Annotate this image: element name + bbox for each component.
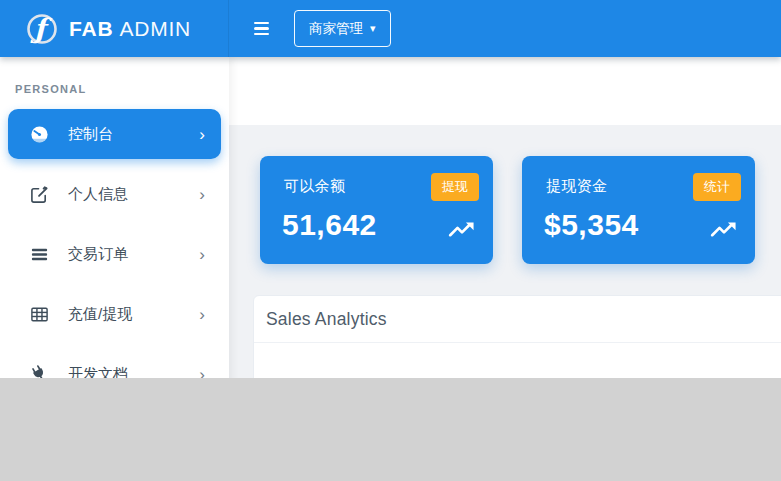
brand-logo-icon: ƒ xyxy=(24,11,60,47)
sidebar-item-label: 控制台 xyxy=(68,125,113,144)
stat-card-balance: 可以余额 提现 51,642 xyxy=(260,156,493,264)
stats-badge-button[interactable]: 统计 xyxy=(693,173,741,201)
chevron-right-icon: › xyxy=(199,126,205,143)
table-icon xyxy=(30,305,49,324)
stat-card-value: $5,354 xyxy=(544,208,639,242)
merchant-menu-label: 商家管理 xyxy=(309,20,363,38)
sidebar-section-label: PERSONAL xyxy=(15,83,229,95)
sidebar-item-dashboard[interactable]: 控制台 › xyxy=(8,109,221,159)
screenshot-cutoff-overlay xyxy=(0,378,781,481)
sidebar-item-label: 交易订单 xyxy=(68,245,128,264)
brand-title-bold: FAB xyxy=(69,17,113,40)
top-navbar: ƒ FABADMIN 商家管理 ▾ xyxy=(0,0,781,57)
chevron-right-icon: › xyxy=(199,246,205,263)
brand: ƒ FABADMIN xyxy=(0,0,229,57)
sidebar-item-profile[interactable]: 个人信息 › xyxy=(8,169,221,219)
sidebar-item-recharge-withdraw[interactable]: 充值/提现 › xyxy=(8,289,221,339)
sidebar-item-label: 个人信息 xyxy=(68,185,128,204)
trending-up-icon xyxy=(448,220,476,242)
sidebar-toggle-icon[interactable] xyxy=(254,22,272,36)
panel-title: Sales Analytics xyxy=(254,296,781,343)
stat-card-label: 提现资金 xyxy=(546,177,607,196)
stat-card-value: 51,642 xyxy=(282,208,377,242)
sidebar-menu: 控制台 › 个人信息 › 交易订单 › xyxy=(8,109,221,399)
stat-card-withdraw-funds: 提现资金 统计 $5,354 xyxy=(522,156,755,264)
edit-icon xyxy=(30,185,49,204)
content-top-strip xyxy=(229,57,781,125)
list-icon xyxy=(30,245,49,264)
sidebar-item-label: 充值/提现 xyxy=(68,305,132,324)
stat-card-label: 可以余额 xyxy=(284,177,345,196)
brand-title: FABADMIN xyxy=(69,17,191,41)
sidebar-item-orders[interactable]: 交易订单 › xyxy=(8,229,221,279)
trending-up-icon xyxy=(710,220,738,242)
brand-title-light: ADMIN xyxy=(119,17,191,40)
chevron-right-icon: › xyxy=(199,306,205,323)
dashboard-gauge-icon xyxy=(30,125,49,144)
withdraw-badge-button[interactable]: 提现 xyxy=(431,173,479,201)
merchant-menu-button[interactable]: 商家管理 ▾ xyxy=(294,10,391,47)
caret-down-icon: ▾ xyxy=(370,23,376,34)
chevron-right-icon: › xyxy=(199,186,205,203)
